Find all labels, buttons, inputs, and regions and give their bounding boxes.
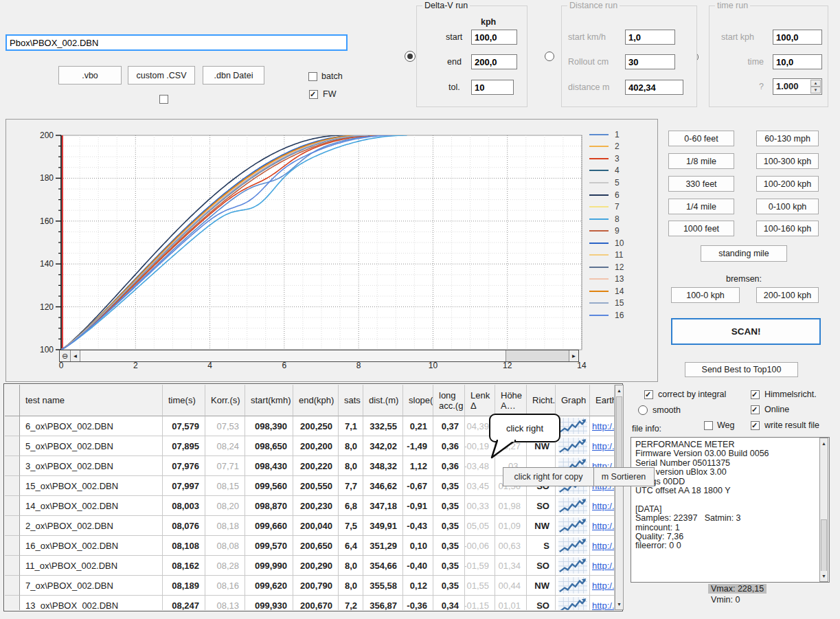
scan-button[interactable]: SCAN! [671,318,821,345]
cell-graph[interactable] [556,596,590,610]
cell-long[interactable]: 0,37 [433,416,465,436]
cell-end-kph-[interactable]: 200,290 [293,556,339,576]
row-selector[interactable] [5,556,20,576]
cell-end-kph-[interactable]: 200,650 [293,536,339,556]
cell-sats[interactable]: 7,2 [339,596,363,610]
chart-scroll-left-icon[interactable]: ◄ [71,350,80,361]
cell-time-s-[interactable]: 07,976 [163,456,205,476]
cell-start-kmh-[interactable]: 098,390 [245,416,293,436]
column-header-1[interactable]: test name [20,385,163,416]
earth-link[interactable]: http:/.. [592,421,615,431]
cell-slope-[interactable]: -0,91 [403,496,433,516]
delta-v-tol-input[interactable] [471,80,514,95]
row-selector[interactable] [5,596,20,610]
cell-start-kmh-[interactable]: 099,620 [245,576,293,596]
cell-graph[interactable] [556,576,590,596]
cell-dist-m-[interactable]: 355,58 [363,576,403,596]
cell-test-name[interactable]: 7_ox\PBOX_002.DBN [20,576,163,596]
smooth-radio[interactable] [638,405,648,415]
cell-test-name[interactable]: 16_ox\PBOX_002.DBN [20,536,163,556]
cell-long[interactable]: 0,36 [433,456,465,476]
earth-link[interactable]: http:/.. [592,441,615,451]
cell-dist-m-[interactable]: 354,66 [363,556,403,576]
cell-Korr-s-[interactable]: 08,18 [205,516,245,536]
cell-sats[interactable]: 7,1 [339,416,363,436]
fileinfo-scroll-up-icon[interactable]: ▲ [820,438,828,449]
cell-test-name[interactable]: 13_ox\PBOX_002.DBN [20,596,163,610]
column-header-11[interactable]: HöheA… [495,385,527,416]
cell-earth-link[interactable]: http:/.. [590,556,615,576]
cell-Lenk[interactable]: 03,45 [465,476,495,496]
cell-Korr-s-[interactable]: 08,08 [205,536,245,556]
cell-start-kmh-[interactable]: 098,650 [245,436,293,456]
cell-Richt-[interactable]: SO [527,596,556,610]
correct-by-integral-checkbox[interactable] [644,390,653,399]
chart-zoom-out-icon[interactable]: ⊖ [60,350,71,361]
column-header-13[interactable]: Graph [556,385,590,416]
cell-sats[interactable]: 8,0 [339,436,363,456]
cell-graph[interactable] [556,536,590,556]
vbo-button[interactable]: .vbo [58,66,122,85]
earth-link[interactable]: http:/.. [592,501,615,511]
cell-dist-m-[interactable]: 346,62 [363,476,403,496]
cell-earth-link[interactable]: http:/.. [590,496,615,516]
column-header-9[interactable]: longacc.(g [433,385,465,416]
column-header-7[interactable]: dist.(m) [363,385,403,416]
cell-sats[interactable]: 7,5 [339,516,363,536]
row-selector[interactable] [5,496,20,516]
row-selector[interactable] [5,536,20,556]
cell-sats[interactable]: 8,0 [339,556,363,576]
cell-graph[interactable] [556,496,590,516]
cell-earth-link[interactable]: http:/.. [590,576,615,596]
batch-checkbox[interactable] [308,72,317,81]
run-button-0-100-kph[interactable]: 0-100 kph [756,199,819,214]
cell-time-s-[interactable]: 07,579 [163,416,205,436]
graph-icon[interactable] [558,418,587,434]
cell-long[interactable]: 0,35 [433,576,465,596]
write-result-file-checkbox[interactable] [751,421,760,430]
time-run-factor-spinner[interactable]: 1.000 ▲▼ [773,78,822,95]
cell-time-s-[interactable]: 08,247 [163,596,205,610]
cell-slope-[interactable]: 1,12 [403,456,433,476]
earth-link[interactable]: http:/.. [592,600,615,611]
cell-long[interactable]: 0,34 [433,596,465,610]
weg-checkbox[interactable] [704,421,713,430]
brake-200-100-button[interactable]: 200-100 kph [756,287,819,303]
graph-icon[interactable] [558,438,587,454]
cell-earth-link[interactable]: http:/.. [590,596,615,610]
cell-sats[interactable]: 8,0 [339,456,363,476]
run-button-1-4-mile[interactable]: 1/4 mile [668,199,734,214]
row-selector[interactable] [5,516,20,536]
brake-100-0-button[interactable]: 100-0 kph [671,287,740,303]
file-info-box[interactable]: PERFORMANCE METERFirmware Version 03.00 … [631,437,830,583]
cell-start-kmh-[interactable]: 098,430 [245,456,293,476]
graph-icon[interactable] [558,557,587,574]
column-header-4[interactable]: start(kmh) [245,385,293,416]
cell-dist-m-[interactable]: 349,91 [363,516,403,536]
run-button-100-160-kph[interactable]: 100-160 kph [756,221,819,236]
cell-slope-[interactable]: 0,10 [403,536,433,556]
fileinfo-scroll-down-icon[interactable]: ▼ [820,571,828,581]
run-button-100-200-kph[interactable]: 100-200 kph [756,176,819,192]
cell-H-he[interactable]: 01,34 [495,556,527,576]
csv-option-checkbox[interactable] [159,95,168,104]
time-run-time-input[interactable] [773,54,822,69]
graph-icon[interactable] [558,577,587,594]
cell-time-s-[interactable]: 08,189 [163,576,205,596]
cell-slope-[interactable]: -0,67 [403,476,433,496]
cell-start-kmh-[interactable]: 099,560 [245,476,293,496]
column-header-12[interactable]: Richt. [527,385,556,416]
column-header-2[interactable]: time(s) [163,385,205,416]
cell-earth-link[interactable]: http:/.. [590,516,615,536]
cell-slope-[interactable]: -1,49 [403,436,433,456]
cell-dist-m-[interactable]: 348,32 [363,456,403,476]
cell-earth-link[interactable]: http:/.. [590,436,615,456]
table-scroll-up-icon[interactable]: ▲ [615,385,623,396]
cell-dist-m-[interactable]: 332,55 [363,416,403,436]
cell-H-he[interactable]: 00,44 [495,576,527,596]
column-header-14[interactable]: Earth [590,385,615,416]
cell-end-kph-[interactable]: 200,670 [293,596,339,610]
cell-H-he[interactable]: 00,63 [495,536,527,556]
distance-mode-radio[interactable] [545,52,554,61]
cell-test-name[interactable]: 2_ox\PBOX_002.DBN [20,516,163,536]
